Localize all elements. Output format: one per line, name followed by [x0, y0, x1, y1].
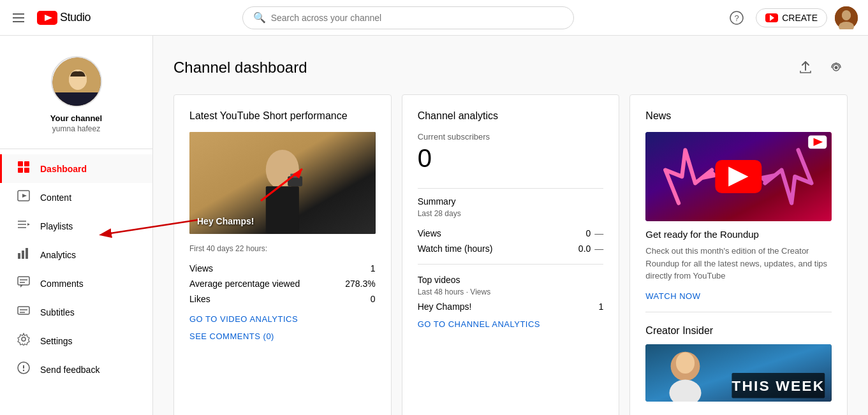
subtitles-icon [17, 304, 30, 320]
news-article-title: Get ready for the Roundup [645, 229, 832, 240]
latest-short-title: Latest YouTube Short performance [189, 110, 376, 122]
sidebar-label-settings: Settings [40, 336, 73, 346]
svg-point-55 [676, 352, 695, 373]
sidebar-item-subtitles[interactable]: Subtitles [0, 298, 152, 326]
youtube-logo-icon [37, 11, 57, 25]
sidebar-item-comments[interactable]: Comments [0, 269, 152, 298]
go-to-channel-analytics-link[interactable]: GO TO CHANNEL ANALYTICS [418, 319, 604, 329]
see-comments-link[interactable]: SEE COMMENTS (0) [189, 331, 376, 341]
top-videos-period: Last 48 hours · Views [418, 288, 604, 296]
svg-rect-14 [24, 161, 29, 166]
page-title: Channel dashboard [173, 59, 307, 76]
svg-rect-24 [22, 251, 24, 259]
upload-icon [798, 61, 813, 75]
svg-rect-42 [288, 177, 302, 187]
summary-title: Summary [418, 196, 604, 207]
insider-image: THIS WEEK [645, 344, 832, 402]
sidebar-item-playlists[interactable]: Playlists [0, 212, 152, 240]
dashboard-grid: Latest YouTube Short performance [173, 94, 848, 415]
search-bar[interactable]: 🔍 [242, 6, 574, 29]
watchtime-number: 0.0 [578, 244, 591, 254]
short-thumbnail[interactable]: Hey Champs! [189, 132, 376, 234]
svg-marker-18 [22, 194, 27, 198]
metric-value-views: 0 — [586, 228, 604, 238]
top-video-title: Hey Champs! [418, 302, 472, 312]
svg-point-7 [842, 11, 851, 20]
nav-right: ? CREATE [725, 6, 858, 29]
live-icon [828, 60, 844, 75]
sidebar-label-analytics: Analytics [40, 250, 76, 260]
sidebar-label-playlists: Playlists [40, 221, 73, 231]
news-article-desc: Check out this month's edition of the Cr… [645, 245, 832, 282]
metric-row-watchtime: Watch time (hours) 0.0 — [418, 241, 604, 256]
watch-now-link[interactable]: WATCH NOW [645, 291, 700, 301]
svg-rect-13 [18, 161, 23, 166]
svg-rect-15 [18, 168, 23, 173]
svg-rect-16 [24, 168, 29, 173]
top-video-views: 1 [599, 302, 604, 312]
channel-avatar-image [52, 57, 102, 107]
avatar[interactable] [835, 6, 858, 29]
svg-point-33 [22, 337, 26, 341]
main-content: Channel dashboard [153, 36, 868, 415]
svg-rect-25 [26, 248, 28, 259]
create-button[interactable]: CREATE [756, 8, 827, 27]
thumbnail-caption: Hey Champs! [197, 216, 254, 226]
sidebar-item-dashboard[interactable]: Dashboard [0, 154, 152, 183]
metric-row-views: Views 0 — [418, 226, 604, 241]
sidebar-label-content: Content [40, 193, 71, 203]
sidebar-nav: Dashboard Content Playlists Analytics [0, 154, 152, 384]
channel-name: Your channel [0, 113, 152, 123]
subscribers-count: 0 [418, 144, 604, 173]
news-title-header: News [645, 110, 832, 122]
sidebar: Your channel yumna hafeez Dashboard Cont… [0, 36, 153, 415]
views-dash: — [594, 228, 603, 238]
svg-marker-22 [27, 223, 30, 226]
metric-value-watchtime: 0.0 — [578, 244, 603, 254]
sidebar-item-settings[interactable]: Settings [0, 326, 152, 355]
sidebar-item-content[interactable]: Content [0, 183, 152, 212]
top-navigation: Studio 🔍 ? CREATE [0, 0, 868, 36]
channel-avatar[interactable] [51, 56, 102, 107]
summary-period: Last 28 days [418, 209, 604, 218]
logo[interactable]: Studio [37, 11, 91, 25]
svg-rect-41 [266, 186, 299, 233]
go-to-video-analytics-link[interactable]: GO TO VIDEO ANALYTICS [189, 314, 376, 324]
svg-rect-26 [18, 277, 29, 285]
creator-insider-thumbnail[interactable]: THIS WEEK [645, 344, 832, 402]
subscribers-label: Current subscribers [418, 132, 604, 142]
stats-period: First 40 days 22 hours: [189, 244, 376, 253]
channel-handle: yumna hafeez [0, 124, 152, 133]
live-button[interactable] [825, 56, 848, 79]
metric-label-views: Views [418, 228, 441, 238]
sidebar-label-comments: Comments [40, 279, 84, 289]
search-input[interactable] [271, 13, 563, 23]
stat-value-likes: 0 [371, 294, 376, 304]
thumbnail-inner: Hey Champs! [189, 132, 376, 234]
stat-row-likes: Likes 0 [189, 291, 376, 307]
channel-analytics-card: Channel analytics Current subscribers 0 … [402, 94, 620, 415]
svg-rect-30 [18, 307, 29, 314]
help-icon: ? [730, 11, 744, 25]
create-label: CREATE [782, 13, 818, 23]
sidebar-label-dashboard: Dashboard [40, 164, 87, 174]
settings-icon [17, 333, 30, 349]
channel-analytics-title: Channel analytics [418, 110, 604, 122]
help-button[interactable]: ? [725, 6, 748, 29]
sidebar-item-analytics[interactable]: Analytics [0, 240, 152, 269]
stat-value-avg: 278.3% [345, 279, 375, 289]
comments-icon [17, 275, 30, 291]
stat-label-avg: Average percentage viewed [189, 279, 300, 289]
menu-button[interactable] [10, 11, 27, 25]
sidebar-label-subtitles: Subtitles [40, 307, 75, 317]
stat-value-views: 1 [371, 263, 376, 273]
channel-info: Your channel yumna hafeez [0, 46, 152, 149]
svg-rect-43 [290, 173, 300, 177]
svg-text:THIS WEEK: THIS WEEK [732, 377, 825, 394]
sidebar-item-feedback[interactable]: Send feedback [0, 355, 152, 384]
upload-button[interactable] [794, 56, 817, 79]
news-thumbnail[interactable] [645, 132, 832, 221]
nav-left: Studio [10, 11, 91, 25]
dashboard-icon [17, 161, 30, 177]
watchtime-dash: — [594, 244, 603, 254]
